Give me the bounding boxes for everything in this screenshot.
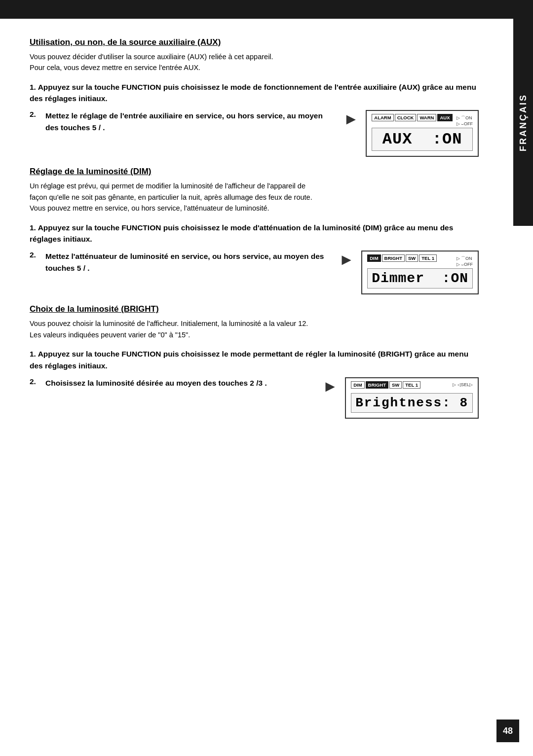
bright-section: Choix de la luminosité (BRIGHT) Vous pou… bbox=[30, 304, 479, 418]
aux-display-text: AUX :ON bbox=[372, 128, 472, 150]
side-tab-label: FRANÇAIS bbox=[518, 94, 529, 151]
bright-arrow: ► bbox=[315, 377, 345, 396]
bright-tab-sw: SW bbox=[389, 381, 402, 389]
dim-heading: Réglage de la luminosité (DIM) bbox=[30, 167, 479, 177]
dim-para: Un réglage est prévu, qui permet de modi… bbox=[30, 180, 479, 214]
bright-step1: 1. Appuyez sur la touche FUNCTION puis c… bbox=[30, 348, 479, 371]
top-bar bbox=[0, 0, 533, 19]
aux-step2-number: 2. bbox=[30, 110, 41, 119]
dim-step2-row: 2. Mettez l'atténuateur de luminosité en… bbox=[30, 251, 479, 294]
dim-tab-sw: SW bbox=[406, 254, 418, 262]
dim-step2-text: Mettez l'atténuateur de luminosité en se… bbox=[45, 251, 332, 274]
bright-para: Vous pouvez choisir la luminosité de l'a… bbox=[30, 318, 479, 340]
dim-tab-bright: BRIGHT bbox=[382, 254, 405, 262]
bright-device-indicators: ▷ ◁SEL▷ bbox=[453, 382, 473, 392]
bright-step2-content: Choisissez la luminosité désirée au moye… bbox=[45, 377, 479, 419]
dim-display-screen: Dimmer :ON bbox=[367, 268, 473, 288]
dim-step2-number: 2. bbox=[30, 251, 41, 259]
dim-tab-dim: DIM bbox=[367, 254, 381, 262]
bright-step2-text: Choisissez la luminosité désirée au moye… bbox=[45, 377, 315, 389]
dim-device-tabs: DIM BRIGHT SW TEL 1 bbox=[367, 254, 437, 262]
dim-arrow: ► bbox=[332, 251, 361, 269]
page-number: 48 bbox=[496, 720, 519, 742]
bright-tab-dim: DIM bbox=[351, 381, 364, 389]
aux-device-indicators: ▷ ⌒ON ▷ ⌣OFF bbox=[457, 115, 473, 127]
side-tab: FRANÇAIS bbox=[513, 19, 533, 226]
dim-section: Réglage de la luminosité (DIM) Un réglag… bbox=[30, 167, 479, 294]
bright-heading: Choix de la luminosité (BRIGHT) bbox=[30, 304, 479, 314]
aux-tab-warn: WARN bbox=[417, 114, 436, 121]
aux-display-screen: AUX :ON bbox=[372, 128, 473, 151]
aux-para1: Vous pouvez décider d'utiliser la source… bbox=[30, 51, 479, 73]
aux-section: Utilisation, ou non, de la source auxili… bbox=[30, 37, 479, 157]
bright-display-screen: Brightness: 8 bbox=[351, 393, 473, 413]
main-content: Utilisation, ou non, de la source auxili… bbox=[0, 19, 533, 458]
bright-display-text: Brightness: 8 bbox=[351, 394, 472, 412]
dim-tab-tel: TEL 1 bbox=[419, 254, 437, 262]
bright-tab-bright: BRIGHT bbox=[366, 381, 388, 389]
dim-step2-content: Mettez l'atténuateur de luminosité en se… bbox=[45, 251, 479, 294]
aux-step2-row: 2. Mettez le réglage de l'entrée auxilia… bbox=[30, 110, 479, 157]
aux-step1: 1. Appuyez sur la touche FUNCTION puis c… bbox=[30, 81, 479, 105]
dim-device-display: DIM BRIGHT SW TEL 1 ▷ ⌒ON ▷ ⌣OFF Di bbox=[361, 251, 479, 294]
dim-device-indicators: ▷ ⌒ON ▷ ⌣OFF bbox=[457, 255, 473, 267]
bright-step2-row: 2. Choisissez la luminosité désirée au m… bbox=[30, 377, 479, 419]
aux-step2-content: Mettez le réglage de l'entrée auxiliaire… bbox=[45, 110, 479, 157]
aux-tab-clock: CLOCK bbox=[395, 114, 417, 121]
aux-step2-text: Mettez le réglage de l'entrée auxiliaire… bbox=[45, 110, 336, 134]
aux-device-tabs: ALARM CLOCK WARN AUX bbox=[372, 114, 452, 121]
bright-tab-tel: TEL 1 bbox=[403, 381, 420, 389]
aux-heading: Utilisation, ou non, de la source auxili… bbox=[30, 37, 479, 47]
aux-device-display: ALARM CLOCK WARN AUX ▷ ⌒ON ▷ ⌣OFF A bbox=[366, 110, 479, 157]
dim-display-text: Dimmer :ON bbox=[368, 269, 472, 288]
aux-tab-aux: AUX bbox=[437, 114, 452, 121]
bright-device-display: DIM BRIGHT SW TEL 1 ▷ ◁SEL▷ Brigh bbox=[345, 377, 479, 419]
bright-step2-number: 2. bbox=[30, 377, 41, 386]
aux-arrow: ► bbox=[336, 110, 366, 128]
bright-device-tabs: DIM BRIGHT SW TEL 1 bbox=[351, 381, 420, 389]
dim-step1: 1. Appuyez sur la touche FUNCTION puis c… bbox=[30, 222, 479, 245]
aux-tab-alarm: ALARM bbox=[372, 114, 393, 121]
